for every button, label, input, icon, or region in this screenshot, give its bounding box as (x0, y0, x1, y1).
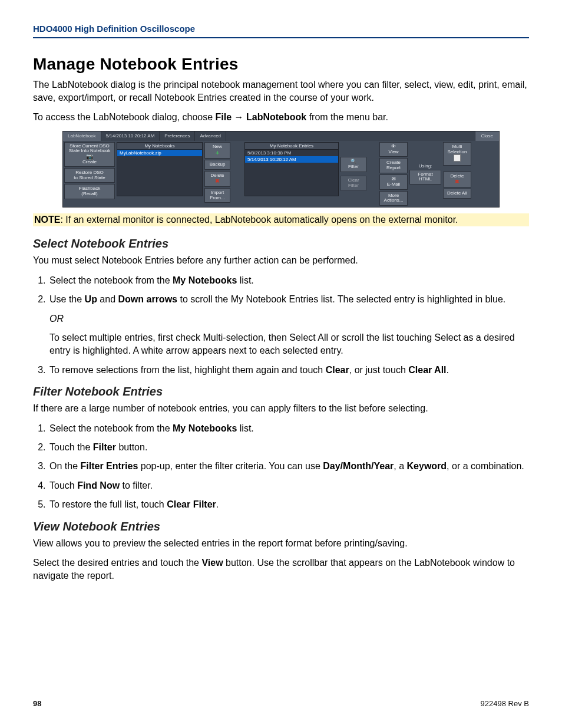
label: Format (418, 172, 432, 177)
bold: Clear All (408, 365, 446, 375)
entries-header: My Notebook Entries (245, 143, 338, 150)
text: to filter. (120, 480, 153, 490)
view-button[interactable]: 👁 View (379, 142, 408, 157)
label-line1: Restore DSO (75, 170, 104, 175)
or-label: OR (49, 312, 529, 325)
multi-selection-toggle[interactable]: Multi Selection (443, 142, 471, 166)
text: Use the (49, 294, 85, 304)
tab-labnotebook[interactable]: LabNotebook (63, 131, 101, 141)
bold: View (201, 558, 223, 568)
page-title: Manage Notebook Entries (33, 55, 529, 74)
flashback-button[interactable]: Flashback (Recall) (64, 184, 115, 199)
bold: Day/Month/Year (323, 461, 394, 471)
arrow: → (232, 112, 246, 122)
text: To access the LabNotebook dialog, choose (33, 112, 216, 122)
my-notebooks-list[interactable]: My Notebooks MyLabNotebook.zip (117, 142, 203, 196)
text: list. (237, 275, 253, 285)
delete-icon: ✖ (455, 179, 459, 185)
step: On the Filter Entries pop-up, enter the … (48, 460, 529, 473)
my-notebooks-header: My Notebooks (117, 143, 202, 150)
menu-file-label: File (216, 112, 232, 122)
label-line1: Flashback (79, 186, 100, 191)
text: Select the notebook from the (49, 275, 173, 285)
label: Delete (450, 173, 464, 179)
text: Select the desired entries and touch the (33, 558, 201, 568)
delete-icon: ✖ (215, 178, 220, 184)
delete-entry-button[interactable]: Delete ✖ (443, 172, 471, 187)
notebook-entries-list[interactable]: My Notebook Entries 5/8/2013 3:10:38 PM … (244, 142, 339, 196)
text: , or just touch (349, 365, 409, 375)
label: Filter (348, 164, 359, 169)
list-item[interactable]: 5/8/2013 3:10:38 PM (245, 150, 338, 156)
backup-button[interactable]: Backup (204, 160, 230, 170)
filter-entries-heading: Filter Notebook Entries (33, 385, 529, 398)
text: , a (394, 461, 406, 471)
text: . (216, 499, 219, 509)
close-button[interactable]: Close (475, 131, 499, 141)
doc-revision: 922498 Rev B (481, 699, 529, 708)
step: Select the notebook from the My Notebook… (48, 274, 529, 287)
import-from-button[interactable]: Import From... (204, 188, 230, 203)
using-label: Using: (409, 163, 441, 169)
select-lead: You must select Notebook Entries before … (33, 254, 529, 267)
text: Select the notebook from the (49, 423, 173, 433)
view-entries-heading: View Notebook Entries (33, 520, 529, 533)
text: . (447, 365, 449, 375)
text: and (97, 294, 118, 304)
store-state-button[interactable]: Store Current DSO State Into Notebook 📷 … (64, 142, 115, 167)
select-entries-heading: Select Notebook Entries (33, 237, 529, 251)
checkbox-icon (454, 154, 461, 162)
delete-all-button[interactable]: Delete All (443, 189, 471, 199)
menu-labnotebook-label: LabNotebook (246, 112, 306, 122)
labnotebook-dialog: LabNotebook 5/14/2013 10:20:12 AM Prefer… (62, 131, 500, 207)
format-value: HTML (419, 176, 432, 182)
tab-advanced[interactable]: Advanced (195, 131, 226, 141)
running-header: HDO4000 High Definition Oscilloscope (33, 24, 529, 38)
filter-button[interactable]: 🔍 Filter (340, 157, 366, 172)
text: from the menu bar. (306, 112, 388, 122)
tab-preferences[interactable]: Preferences (160, 131, 195, 141)
bold: Filter (93, 442, 116, 452)
more-actions-button[interactable]: More Actions... (379, 191, 408, 206)
create-report-button[interactable]: Create Report (379, 158, 408, 173)
text: list. (237, 423, 253, 433)
view-paragraph: Select the desired entries and touch the… (33, 556, 529, 582)
note-label: NOTE (34, 215, 60, 225)
text: , or a combination. (447, 461, 524, 471)
email-icon: ✉ (392, 176, 396, 182)
step: Select the notebook from the My Notebook… (48, 422, 529, 435)
create-label: Create (82, 160, 97, 165)
view-lead: View allows you to preview the selected … (33, 537, 529, 550)
page-number: 98 (33, 699, 41, 708)
text: pop-up, enter the filter criteria. You c… (138, 461, 323, 471)
label-line2: to Stored State (74, 175, 105, 180)
note-text: : If an external monitor is connected, L… (60, 215, 458, 225)
label: View (388, 149, 398, 154)
step: To restore the full list, touch Clear Fi… (48, 498, 529, 511)
label: New (213, 144, 222, 149)
step: To remove selections from the list, high… (48, 364, 529, 377)
bold: My Notebooks (173, 423, 237, 433)
text: To restore the full list, touch (49, 499, 167, 509)
restore-state-button[interactable]: Restore DSO to Stored State (64, 168, 115, 183)
filter-lead: If there are a large number of notebook … (33, 402, 529, 415)
text: to scroll the My Notebook Entries list. … (177, 294, 505, 304)
bold: Up (85, 294, 97, 304)
list-item[interactable]: MyLabNotebook.zip (117, 150, 202, 156)
step: Touch the Filter button. (48, 441, 529, 454)
intro-paragraph-2: To access the LabNotebook dialog, choose… (33, 111, 529, 124)
note-callout: NOTE: If an external monitor is connecte… (33, 213, 529, 226)
text: Touch (49, 480, 77, 490)
tab-timestamp[interactable]: 5/14/2013 10:20:12 AM (101, 131, 160, 141)
step: Touch Find Now to filter. (48, 479, 529, 492)
email-button[interactable]: ✉ E-Mail (379, 174, 408, 190)
clear-filter-button[interactable]: Clear Filter (340, 176, 366, 191)
label: E-Mail (387, 182, 401, 187)
bold: Down arrows (118, 294, 177, 304)
format-button[interactable]: Format HTML (409, 170, 441, 185)
list-item[interactable]: 5/14/2013 10:20:12 AM (245, 156, 338, 163)
delete-notebook-button[interactable]: Delete ✖ (204, 171, 230, 187)
new-notebook-button[interactable]: New + (204, 142, 230, 159)
text: Touch the (49, 442, 93, 452)
text: On the (49, 461, 80, 471)
